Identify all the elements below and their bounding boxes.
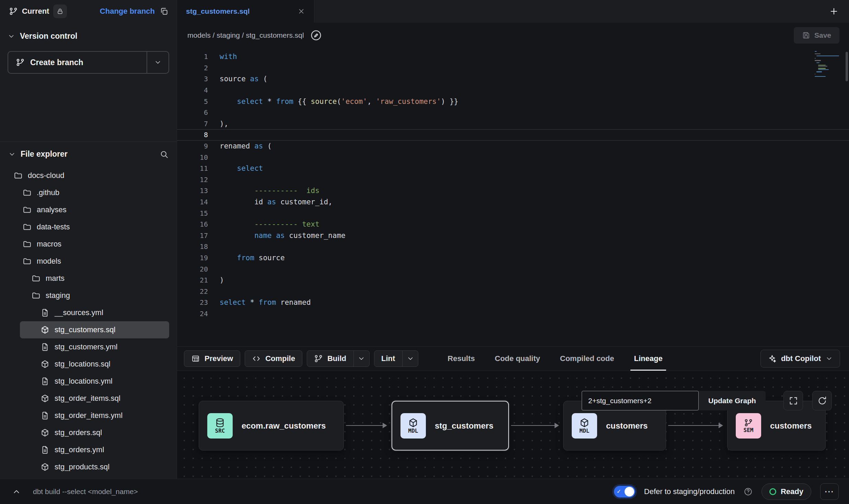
code-line-1[interactable]: 1with — [177, 51, 849, 62]
tree-file-stg_locations.yml[interactable]: stg_locations.yml — [0, 373, 177, 390]
command-panel-toggle[interactable] — [0, 487, 33, 496]
lineage-node-ecom.raw_customers[interactable]: SRCecom.raw_customers — [199, 401, 344, 451]
code-line-8[interactable]: 8 — [177, 129, 849, 141]
lineage-edge — [346, 425, 386, 426]
edit-file-icon[interactable] — [310, 29, 322, 41]
tree-file-stg_orders.yml[interactable]: stg_orders.yml — [0, 441, 177, 458]
tree-folder-models[interactable]: models — [0, 253, 177, 270]
tree-file-stg_customers.yml[interactable]: stg_customers.yml — [0, 338, 177, 356]
create-branch-dropdown[interactable] — [147, 52, 168, 73]
code-line-15[interactable]: 15 — [177, 207, 849, 219]
code-line-3[interactable]: 3source as ( — [177, 73, 849, 85]
code-line-13[interactable]: 13 ---------- ids — [177, 185, 849, 196]
version-control-header[interactable]: Version control — [8, 32, 169, 41]
command-input[interactable]: dbt build --select <model_name> — [33, 488, 138, 496]
tree-file-stg_order_items.sql[interactable]: stg_order_items.sql — [0, 390, 177, 407]
tree-folder-docs-cloud[interactable]: docs-cloud — [0, 167, 177, 184]
code-line-5[interactable]: 5 select * from {{ source('ecom', 'raw_c… — [177, 96, 849, 107]
search-icon[interactable] — [160, 150, 168, 159]
lineage-selector-input[interactable]: 2+stg_customers+2 — [582, 391, 699, 410]
new-tab-button[interactable] — [829, 7, 839, 16]
tab-code-quality[interactable]: Code quality — [495, 347, 540, 371]
tab-bar: stg_customers.sql — [177, 0, 849, 23]
tree-folder-analyses[interactable]: analyses — [0, 201, 177, 218]
line-content: ---------- ids — [220, 187, 319, 195]
build-dropdown[interactable] — [353, 351, 369, 367]
tab-compiled-code[interactable]: Compiled code — [560, 347, 614, 371]
save-button[interactable]: Save — [794, 27, 839, 44]
code-line-20[interactable]: 20 — [177, 263, 849, 275]
tree-folder-data-tests[interactable]: data-tests — [0, 218, 177, 236]
line-number: 16 — [177, 220, 220, 228]
fullscreen-button[interactable] — [783, 391, 803, 410]
code-line-21[interactable]: 21) — [177, 275, 849, 286]
folder-icon — [23, 188, 32, 197]
current-branch-button[interactable]: Current — [9, 4, 67, 18]
lint-button[interactable]: Lint — [374, 350, 418, 367]
tab-stg-customers[interactable]: stg_customers.sql — [177, 0, 314, 23]
tree-file-__sources.yml[interactable]: __sources.yml — [0, 304, 177, 321]
defer-toggle[interactable]: ✓ — [614, 486, 635, 497]
code-line-22[interactable]: 22 — [177, 286, 849, 297]
tree-folder-macros[interactable]: macros — [0, 236, 177, 253]
tab-results[interactable]: Results — [447, 347, 475, 371]
tree-item-label: __sources.yml — [55, 308, 103, 317]
tree-file-stg_orders.sql[interactable]: stg_orders.sql — [0, 424, 177, 441]
minimap-line — [818, 68, 826, 69]
file-explorer-header[interactable]: File explorer — [0, 149, 177, 159]
code-editor[interactable]: 1with23source as (45 select * from {{ so… — [177, 48, 849, 346]
tree-folder-.github[interactable]: .github — [0, 184, 177, 201]
tree-file-stg_order_items.yml[interactable]: stg_order_items.yml — [0, 407, 177, 424]
minimap[interactable] — [815, 51, 844, 78]
ready-status-badge[interactable]: Ready — [761, 483, 811, 500]
preview-label: Preview — [205, 354, 233, 363]
overflow-menu-button[interactable]: ⋯ — [820, 483, 839, 500]
minimap-line — [815, 76, 826, 77]
code-line-23[interactable]: 23select * from renamed — [177, 297, 849, 308]
folder-icon — [23, 205, 32, 214]
model-icon — [40, 463, 49, 471]
code-line-2[interactable]: 2 — [177, 62, 849, 74]
code-line-14[interactable]: 14 id as customer_id, — [177, 196, 849, 208]
build-button[interactable]: Build — [307, 350, 370, 367]
tree-folder-marts[interactable]: marts — [0, 270, 177, 287]
compile-button[interactable]: Compile — [245, 350, 302, 367]
code-icon — [252, 354, 261, 363]
preview-button[interactable]: Preview — [184, 350, 240, 367]
code-line-18[interactable]: 18 — [177, 241, 849, 252]
result-tabs: ResultsCode qualityCompiled codeLineage — [447, 347, 662, 371]
tree-item-label: stg_orders.sql — [55, 428, 102, 437]
update-graph-button[interactable]: Update Graph — [699, 391, 766, 410]
node-badge-SEM: SEM — [736, 413, 761, 439]
code-line-7[interactable]: 7), — [177, 118, 849, 130]
tree-folder-staging[interactable]: staging — [0, 287, 177, 304]
lineage-node-stg_customers[interactable]: MDLstg_customers — [392, 401, 509, 451]
tree-file-stg_customers.sql[interactable]: stg_customers.sql — [20, 321, 169, 338]
change-branch-link[interactable]: Change branch — [100, 7, 155, 16]
code-line-16[interactable]: 16 ---------- text — [177, 219, 849, 230]
code-line-24[interactable]: 24 — [177, 308, 849, 320]
tree-item-label: analyses — [37, 205, 67, 214]
create-branch-button[interactable]: Create branch — [8, 52, 147, 73]
code-line-4[interactable]: 4 — [177, 85, 849, 96]
code-line-19[interactable]: 19 from source — [177, 252, 849, 264]
code-line-17[interactable]: 17 name as customer_name — [177, 230, 849, 241]
code-line-12[interactable]: 12 — [177, 174, 849, 185]
dbt-copilot-button[interactable]: dbt Copilot — [760, 350, 840, 368]
tree-file-stg_locations.sql[interactable]: stg_locations.sql — [0, 356, 177, 373]
tree-file-stg_products.sql[interactable]: stg_products.sql — [0, 458, 177, 476]
code-line-11[interactable]: 11 select — [177, 163, 849, 174]
code-line-6[interactable]: 6 — [177, 107, 849, 118]
close-icon[interactable] — [298, 8, 305, 15]
copy-icon[interactable] — [160, 7, 168, 16]
cube-icon — [579, 418, 590, 428]
code-line-9[interactable]: 9renamed as ( — [177, 141, 849, 152]
editor-scrollbar[interactable] — [846, 52, 848, 81]
folder-icon — [32, 291, 40, 300]
code-line-10[interactable]: 10 — [177, 152, 849, 163]
defer-label: Defer to staging/production — [644, 487, 735, 496]
refresh-button[interactable] — [812, 391, 832, 410]
tab-lineage[interactable]: Lineage — [634, 347, 662, 371]
lint-dropdown[interactable] — [402, 351, 418, 367]
help-icon[interactable] — [744, 487, 753, 496]
